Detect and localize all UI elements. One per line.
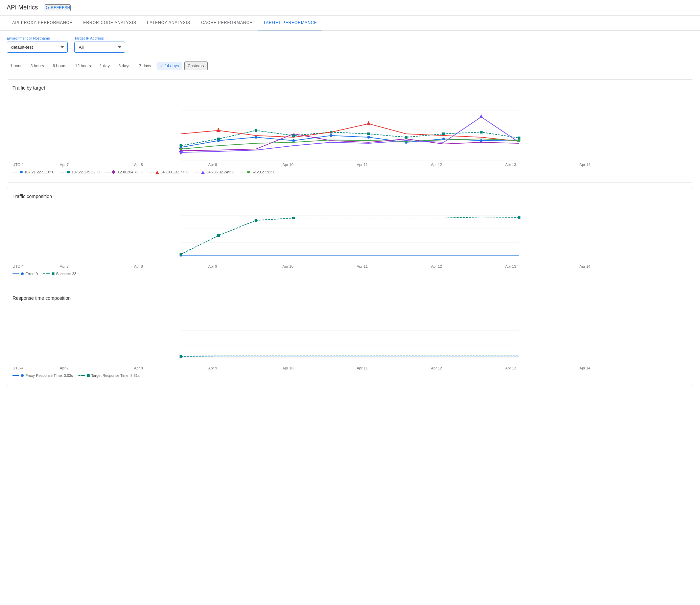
- x-label-apr10: Apr 10: [282, 163, 357, 167]
- legend-line-2: [60, 172, 67, 172]
- time-btn-3hours[interactable]: 3 hours: [27, 62, 47, 70]
- legend-success: Success: 23: [43, 272, 76, 276]
- legend-item-4: 34.193.132.77: 0: [148, 170, 189, 174]
- legend-line-error: [13, 273, 19, 274]
- legend-label-error: Error: 0: [25, 272, 38, 276]
- x-label-apr7: Apr 7: [60, 163, 134, 167]
- environment-select[interactable]: default-test: [7, 42, 68, 53]
- legend-item-6: 52.20.27.92: 0: [240, 170, 275, 174]
- svg-point-8: [330, 134, 332, 137]
- time-btn-1day[interactable]: 1 day: [96, 62, 113, 70]
- svg-rect-36: [180, 253, 182, 256]
- legend-error: Error: 0: [13, 272, 38, 276]
- legend-line-3: [105, 172, 112, 172]
- charts-area: Traffic by target: [0, 79, 700, 386]
- traffic-by-target-card: Traffic by target: [7, 79, 693, 183]
- response-time-title: Response time composition: [13, 295, 687, 301]
- legend-square-target: [87, 374, 90, 377]
- svg-marker-27: [179, 151, 183, 155]
- svg-rect-15: [217, 138, 220, 140]
- legend-dot-proxy: [21, 374, 24, 377]
- environment-label: Environment or Hostname: [7, 36, 68, 40]
- x-label-utc4-comp: UTC-4: [13, 264, 60, 268]
- legend-line-6: [240, 172, 247, 172]
- svg-point-7: [292, 139, 295, 142]
- legend-dot-6: [247, 171, 250, 173]
- svg-point-29: [180, 148, 182, 150]
- svg-rect-23: [518, 137, 520, 139]
- refresh-label: REFRESH: [51, 5, 70, 10]
- target-ip-select[interactable]: All: [74, 42, 125, 53]
- tab-target-performance[interactable]: TARGET PERFORMANCE: [258, 16, 323, 30]
- legend-triangle-5: [201, 171, 205, 174]
- x-label-apr9: Apr 9: [208, 163, 283, 167]
- tab-cache-performance[interactable]: CACHE PERFORMANCE: [195, 16, 258, 30]
- tab-error-code-analysis[interactable]: ERROR CODE ANALYSIS: [78, 16, 142, 30]
- time-btn-12hours[interactable]: 12 hours: [72, 62, 94, 70]
- target-ip-label: Target IP Address: [74, 36, 125, 40]
- filters-area: Environment or Hostname default-test Tar…: [0, 31, 700, 58]
- response-time-svg: [13, 304, 687, 364]
- custom-button[interactable]: Custom ▾: [184, 62, 208, 70]
- svg-point-6: [255, 136, 257, 139]
- refresh-button[interactable]: ↻ REFRESH: [45, 4, 71, 11]
- time-btn-7days[interactable]: 7 days: [136, 62, 155, 70]
- response-time-x-axis: UTC-4 Apr 7 Apr 8 Apr 9 Apr 10 Apr 11 Ap…: [13, 365, 687, 371]
- legend-dot-error: [21, 272, 24, 275]
- svg-marker-26: [367, 121, 371, 125]
- svg-marker-25: [216, 128, 220, 132]
- page-title: API Metrics: [7, 4, 38, 11]
- svg-rect-16: [255, 129, 257, 132]
- svg-rect-46: [180, 355, 182, 358]
- time-btn-6hours[interactable]: 6 hours: [49, 62, 70, 70]
- tabs-bar: API PROXY PERFORMANCE ERROR CODE ANALYSI…: [0, 16, 700, 31]
- legend-proxy-response: Proxy Response Time: 0.03s: [13, 373, 73, 378]
- traffic-target-x-axis: UTC-4 Apr 7 Apr 8 Apr 9 Apr 10 Apr 11 Ap…: [13, 162, 687, 167]
- x-label-apr11: Apr 11: [357, 163, 431, 167]
- custom-label: Custom: [188, 64, 202, 68]
- time-btn-14days[interactable]: ✓ 14 days: [157, 62, 182, 70]
- legend-label-6: 52.20.27.92: 0: [252, 170, 275, 174]
- svg-rect-38: [255, 219, 257, 222]
- time-range-bar: 1 hour 3 hours 6 hours 12 hours 1 day 3 …: [0, 58, 700, 74]
- traffic-composition-title: Traffic composition: [13, 194, 687, 199]
- legend-label-2: 107.22.139.22: 0: [72, 170, 100, 174]
- x-label-apr13: Apr 13: [505, 163, 580, 167]
- legend-square-success: [52, 272, 54, 275]
- svg-rect-37: [217, 234, 220, 237]
- traffic-comp-x-axis: UTC-4 Apr 7 Apr 8 Apr 9 Apr 10 Apr 11 Ap…: [13, 264, 687, 269]
- legend-label-3: 3.230.204.70: 8: [117, 170, 142, 174]
- legend-target-response: Target Response Time: 8.61s: [78, 373, 140, 378]
- traffic-by-target-title: Traffic by target: [13, 85, 687, 91]
- checkmark-icon: ✓: [160, 64, 163, 68]
- header: API Metrics ↻ REFRESH: [0, 0, 700, 16]
- legend-diamond-3: [112, 170, 116, 174]
- svg-point-12: [480, 139, 483, 142]
- traffic-composition-chart: [13, 202, 687, 264]
- traffic-comp-legend: Error: 0 Success: 23: [13, 269, 687, 279]
- traffic-composition-svg: [13, 202, 687, 263]
- legend-item-1: 107.21.227.110: 0: [13, 170, 54, 174]
- response-time-card: Response time composition UTC-4 Apr 7 Ap…: [7, 290, 693, 386]
- environment-filter-group: Environment or Hostname default-test: [7, 36, 68, 53]
- chevron-down-icon: ▾: [203, 64, 204, 68]
- time-btn-1hour[interactable]: 1 hour: [7, 62, 25, 70]
- svg-rect-19: [367, 132, 370, 135]
- legend-label-proxy: Proxy Response Time: 0.03s: [25, 373, 73, 378]
- tab-api-proxy-performance[interactable]: API PROXY PERFORMANCE: [7, 16, 78, 30]
- legend-label-4: 34.193.132.77: 0: [161, 170, 189, 174]
- traffic-by-target-svg: [13, 93, 687, 161]
- svg-rect-22: [480, 131, 483, 134]
- traffic-by-target-chart: [13, 93, 687, 162]
- legend-label-5: 34.235.32.249: 3: [206, 170, 234, 174]
- svg-rect-40: [518, 216, 520, 219]
- response-time-legend: Proxy Response Time: 0.03s Target Respon…: [13, 371, 687, 380]
- x-label-apr8: Apr 8: [134, 163, 208, 167]
- x-label-apr12: Apr 12: [431, 163, 505, 167]
- legend-line-success: [43, 273, 50, 274]
- svg-rect-20: [405, 136, 407, 139]
- legend-label-success: Success: 23: [56, 272, 76, 276]
- time-btn-3days[interactable]: 3 days: [115, 62, 134, 70]
- response-time-chart: [13, 304, 687, 365]
- tab-latency-analysis[interactable]: LATENCY ANALYSIS: [142, 16, 196, 30]
